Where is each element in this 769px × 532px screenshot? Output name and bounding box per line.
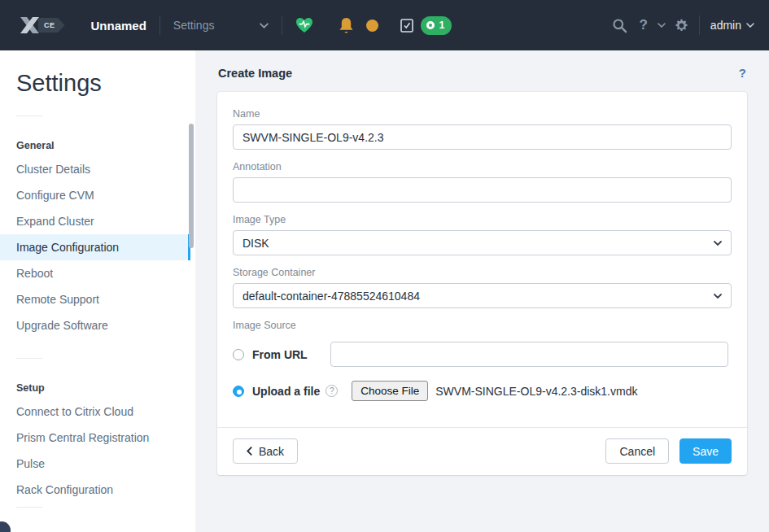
page-help-button[interactable]: ? (739, 66, 746, 80)
chevron-left-icon (247, 447, 252, 456)
nutanix-logo[interactable]: CE (20, 15, 65, 35)
search-icon[interactable] (612, 18, 627, 33)
sidebar-item-expand-cluster[interactable]: Expand Cluster (0, 208, 190, 234)
page-title: Create Image (218, 67, 292, 80)
sidebar-item-image-configuration[interactable]: Image Configuration (0, 234, 190, 260)
divider (16, 116, 42, 116)
sidebar-item-reboot[interactable]: Reboot (0, 260, 190, 286)
cluster-name[interactable]: Unnamed (91, 19, 146, 33)
sidebar-heading-setup: Setup (16, 382, 195, 394)
nav-menu-settings[interactable]: Settings (173, 19, 269, 32)
tasks-spinner-icon (426, 21, 435, 29)
choose-file-button[interactable]: Choose File (352, 381, 428, 401)
name-label: Name (233, 108, 732, 120)
page-header: Create Image ? (195, 50, 769, 92)
chevron-down-icon (260, 23, 269, 28)
storage-container-value: default-container-47885524610484 (242, 290, 420, 303)
sidebar-item-pulse[interactable]: Pulse (0, 451, 190, 477)
from-url-row: From URL (233, 342, 732, 367)
settings-sidebar: Settings General Cluster Details Configu… (0, 50, 195, 532)
sidebar-item-cluster-details[interactable]: Cluster Details (0, 156, 190, 182)
back-button[interactable]: Back (233, 438, 298, 464)
create-image-card: Name Annotation Image Type DISK Storage … (217, 92, 747, 475)
ce-badge: CE (38, 18, 65, 33)
sidebar-item-configure-cvm[interactable]: Configure CVM (0, 182, 190, 208)
from-url-label[interactable]: From URL (252, 348, 308, 361)
user-menu[interactable]: admin (710, 19, 754, 32)
tasks-checkbox-icon[interactable] (400, 18, 413, 33)
sidebar-title: Settings (16, 70, 195, 97)
image-type-select[interactable]: DISK (233, 230, 732, 255)
chevron-down-icon (714, 241, 722, 246)
username: admin (710, 19, 741, 32)
sidebar-item-rack-configuration[interactable]: Rack Configuration (0, 477, 190, 503)
name-input[interactable] (233, 124, 732, 150)
divider (282, 15, 282, 35)
tasks-progress-pill[interactable]: 1 (421, 16, 452, 35)
help-button[interactable]: ? (639, 17, 647, 33)
sidebar-item-prism-central-registration[interactable]: Prism Central Registration (0, 425, 190, 451)
divider (16, 358, 42, 359)
upload-file-radio[interactable] (233, 386, 244, 397)
back-button-label: Back (259, 445, 284, 458)
storage-container-label: Storage Container (233, 267, 732, 278)
cancel-button[interactable]: Cancel (605, 438, 669, 464)
chevron-down-icon (746, 23, 754, 28)
gear-icon[interactable] (675, 19, 688, 33)
hidden-corner-button[interactable] (0, 521, 11, 532)
sidebar-item-connect-citrix-cloud[interactable]: Connect to Citrix Cloud (0, 399, 190, 425)
storage-container-select[interactable]: default-container-47885524610484 (233, 283, 732, 308)
chevron-down-icon (714, 294, 722, 299)
image-type-label: Image Type (233, 214, 732, 225)
chevron-down-icon[interactable] (658, 23, 666, 28)
divider (16, 507, 42, 508)
sidebar-scrollbar[interactable] (189, 124, 194, 248)
save-button[interactable]: Save (679, 438, 732, 464)
tasks-count: 1 (439, 20, 444, 31)
health-heart-icon[interactable] (295, 17, 313, 33)
alert-count-dot[interactable] (366, 20, 378, 32)
image-type-value: DISK (242, 237, 269, 250)
from-url-input[interactable] (330, 342, 728, 367)
image-source-label: Image Source (233, 320, 732, 331)
from-url-radio[interactable] (233, 349, 244, 360)
upload-file-label[interactable]: Upload a file (252, 385, 320, 398)
annotation-label: Annotation (233, 161, 732, 172)
sidebar-heading-general: General (16, 140, 195, 151)
sidebar-item-remote-support[interactable]: Remote Support (0, 286, 190, 312)
upload-help-icon[interactable]: ? (326, 385, 338, 397)
sidebar-item-upgrade-software[interactable]: Upgrade Software (0, 312, 190, 338)
alerts-bell-icon[interactable] (339, 17, 354, 34)
uploaded-filename: SWVM-SINGLE-OL9-v4.2.3-disk1.vmdk (435, 385, 637, 398)
upload-file-row: Upload a file ? Choose File SWVM-SINGLE-… (233, 381, 732, 401)
divider (699, 15, 700, 35)
topbar: CE Unnamed Settings (0, 0, 769, 50)
divider (159, 15, 160, 35)
nav-menu-label: Settings (173, 19, 215, 32)
annotation-input[interactable] (233, 177, 732, 203)
main-panel: Create Image ? Name Annotation Image Typ… (195, 50, 769, 532)
card-footer: Back Cancel Save (217, 427, 747, 475)
